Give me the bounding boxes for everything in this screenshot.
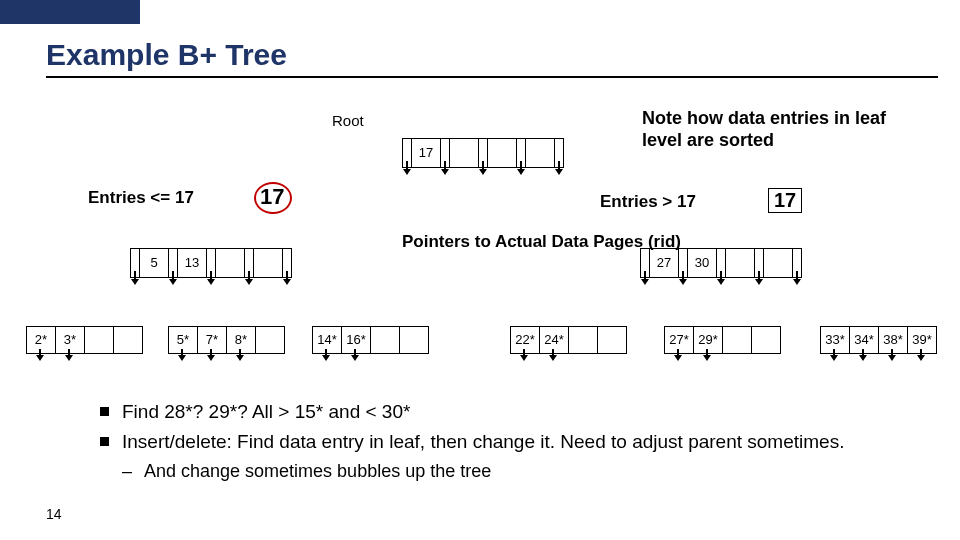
bullet-2: Insert/delete: Find data entry in leaf, … xyxy=(100,430,920,482)
root-key-3 xyxy=(526,139,555,167)
pointer-icon xyxy=(517,139,526,167)
note-sorted: Note how data entries in leaf level are … xyxy=(642,108,892,151)
leaf-cell: 16* xyxy=(342,327,371,353)
root-key-2 xyxy=(488,139,517,167)
pointer-icon xyxy=(207,249,216,277)
leaf-cell xyxy=(114,327,142,353)
red-circle-icon xyxy=(254,182,292,214)
iright-key-0: 27 xyxy=(650,249,679,277)
leaf-cell: 8* xyxy=(227,327,256,353)
iright-key-1: 30 xyxy=(688,249,717,277)
leaf-cell: 27* xyxy=(665,327,694,353)
pointer-icon xyxy=(717,249,726,277)
leaf-cell: 3* xyxy=(56,327,85,353)
boxed-17-right: 17 xyxy=(768,188,802,213)
pointer-icon xyxy=(169,249,178,277)
brand-block xyxy=(0,0,140,24)
pointer-icon xyxy=(479,139,488,167)
pointer-icon xyxy=(641,249,650,277)
leaf-cell xyxy=(400,327,428,353)
leaf-cell xyxy=(752,327,780,353)
ileft-key-1: 13 xyxy=(178,249,207,277)
leaf-1: 5* 7* 8* xyxy=(168,326,285,354)
top-bar xyxy=(0,0,960,24)
iright-key-3 xyxy=(764,249,793,277)
ileft-key-0: 5 xyxy=(140,249,169,277)
internal-left-node: 5 13 xyxy=(130,248,292,278)
bullet-2-text: Insert/delete: Find data entry in leaf, … xyxy=(122,431,844,452)
leaf-cell xyxy=(371,327,400,353)
bullet-1: Find 28*? 29*? All > 15* and < 30* xyxy=(100,400,920,424)
right-branch-label: Entries > 17 xyxy=(600,192,696,212)
internal-right-node: 27 30 xyxy=(640,248,802,278)
pointer-icon xyxy=(283,249,291,277)
leaf-cell: 38* xyxy=(879,327,908,353)
bullet-list: Find 28*? 29*? All > 15* and < 30* Inser… xyxy=(100,400,920,488)
leaf-cell xyxy=(598,327,626,353)
root-key-0: 17 xyxy=(412,139,441,167)
leaf-cell xyxy=(85,327,114,353)
leaf-cell: 39* xyxy=(908,327,936,353)
leaf-cell: 34* xyxy=(850,327,879,353)
leaf-3: 22* 24* xyxy=(510,326,627,354)
leaf-4: 27* 29* xyxy=(664,326,781,354)
leaf-5: 33* 34* 38* 39* xyxy=(820,326,937,354)
slide: Example B+ Tree Root 17 Note how data en… xyxy=(0,0,960,540)
leaf-cell: 7* xyxy=(198,327,227,353)
iright-key-2 xyxy=(726,249,755,277)
slide-title: Example B+ Tree xyxy=(46,38,960,72)
title-rule xyxy=(46,76,938,78)
leaf-cell: 2* xyxy=(27,327,56,353)
leaf-cell: 29* xyxy=(694,327,723,353)
leaf-cell: 24* xyxy=(540,327,569,353)
left-branch-label: Entries <= 17 xyxy=(88,188,194,208)
pointer-icon xyxy=(441,139,450,167)
sub-bullet-list: And change sometimes bubbles up the tree xyxy=(122,460,920,483)
root-key-1 xyxy=(450,139,479,167)
leaf-cell: 33* xyxy=(821,327,850,353)
leaf-cell: 22* xyxy=(511,327,540,353)
ileft-key-3 xyxy=(254,249,283,277)
ileft-key-2 xyxy=(216,249,245,277)
leaf-0: 2* 3* xyxy=(26,326,143,354)
pointer-icon xyxy=(555,139,563,167)
sub-bullet-1: And change sometimes bubbles up the tree xyxy=(122,460,920,483)
leaf-2: 14* 16* xyxy=(312,326,429,354)
leaf-cell xyxy=(569,327,598,353)
leaf-cell: 5* xyxy=(169,327,198,353)
pointer-icon xyxy=(755,249,764,277)
pointer-icon xyxy=(679,249,688,277)
pointer-icon xyxy=(245,249,254,277)
root-label: Root xyxy=(332,112,364,129)
page-number: 14 xyxy=(46,506,62,522)
root-node: 17 xyxy=(402,138,564,168)
pointer-icon xyxy=(131,249,140,277)
pointer-icon xyxy=(403,139,412,167)
leaf-cell xyxy=(256,327,284,353)
leaf-cell xyxy=(723,327,752,353)
leaf-cell: 14* xyxy=(313,327,342,353)
pointer-icon xyxy=(793,249,801,277)
